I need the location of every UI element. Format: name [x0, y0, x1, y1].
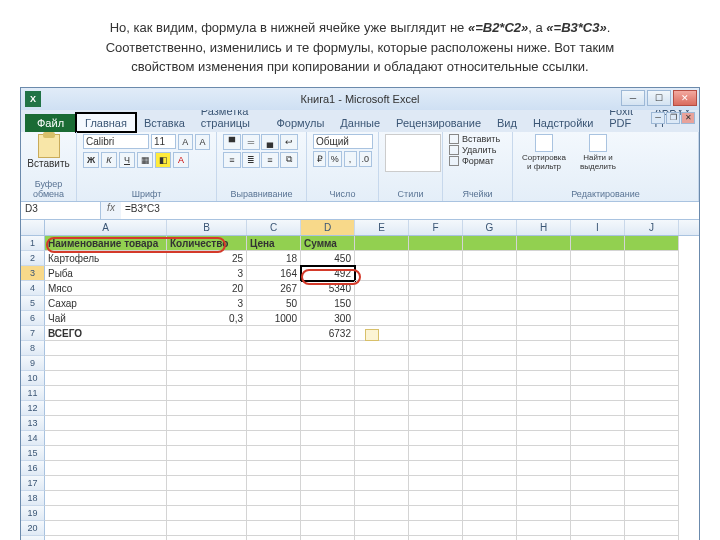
cell[interactable] [355, 311, 409, 326]
cell[interactable] [45, 386, 167, 401]
cell[interactable]: 300 [301, 311, 355, 326]
align-middle[interactable]: ═ [242, 134, 260, 150]
cell[interactable] [45, 341, 167, 356]
col-header-C[interactable]: C [247, 220, 301, 235]
cell[interactable]: Чай [45, 311, 167, 326]
row-header[interactable]: 8 [21, 341, 45, 356]
cell[interactable] [409, 491, 463, 506]
cell[interactable] [355, 371, 409, 386]
tab-data[interactable]: Данные [332, 114, 388, 132]
cell[interactable] [463, 446, 517, 461]
cell[interactable] [355, 341, 409, 356]
cell[interactable] [463, 401, 517, 416]
cell[interactable] [45, 491, 167, 506]
cell[interactable]: Рыба [45, 266, 167, 281]
find-select-button[interactable]: Найти и выделить [573, 134, 623, 171]
cell[interactable]: 25 [167, 251, 247, 266]
cell[interactable] [409, 341, 463, 356]
cell[interactable] [247, 431, 301, 446]
cell[interactable] [167, 356, 247, 371]
cell[interactable] [409, 506, 463, 521]
tab-review[interactable]: Рецензирование [388, 114, 489, 132]
cell[interactable] [517, 386, 571, 401]
row-header[interactable]: 6 [21, 311, 45, 326]
cell[interactable] [45, 431, 167, 446]
cell[interactable] [409, 311, 463, 326]
cell[interactable] [409, 416, 463, 431]
cell[interactable] [355, 536, 409, 541]
col-header-H[interactable]: H [517, 220, 571, 235]
maximize-button[interactable]: ☐ [647, 90, 671, 106]
delete-cells-button[interactable]: Удалить [449, 145, 506, 155]
cell[interactable] [517, 326, 571, 341]
col-header-D[interactable]: D [301, 220, 355, 235]
fill-color-button[interactable]: ◧ [155, 152, 171, 168]
cell[interactable] [463, 326, 517, 341]
tab-view[interactable]: Вид [489, 114, 525, 132]
cell[interactable] [517, 311, 571, 326]
cell[interactable] [517, 446, 571, 461]
cell[interactable] [167, 401, 247, 416]
paste-button[interactable]: Вставить [27, 134, 70, 169]
font-size-select[interactable]: 11 [151, 134, 176, 149]
cell[interactable] [45, 506, 167, 521]
cell[interactable]: 6732 [301, 326, 355, 341]
spreadsheet-grid[interactable]: A B C D E F G H I J 1Наименование товара… [21, 220, 699, 541]
cell[interactable] [625, 266, 679, 281]
wb-minimize[interactable]: ─ [651, 112, 665, 124]
cell[interactable] [247, 506, 301, 521]
underline-button[interactable]: Ч [119, 152, 135, 168]
cell[interactable] [355, 266, 409, 281]
cell[interactable] [167, 431, 247, 446]
cell[interactable] [625, 311, 679, 326]
cell[interactable] [571, 266, 625, 281]
cell[interactable] [625, 416, 679, 431]
cell[interactable] [625, 371, 679, 386]
wb-close[interactable]: ✕ [681, 112, 695, 124]
cell[interactable]: Наименование товара [45, 236, 167, 251]
row-header[interactable]: 2 [21, 251, 45, 266]
cell[interactable] [301, 476, 355, 491]
number-format-select[interactable]: Общий [313, 134, 373, 149]
col-header-A[interactable]: A [45, 220, 167, 235]
cell[interactable] [247, 491, 301, 506]
cell[interactable] [167, 326, 247, 341]
cell[interactable] [355, 401, 409, 416]
select-all-corner[interactable] [21, 220, 45, 235]
cell[interactable] [625, 401, 679, 416]
cell[interactable] [571, 446, 625, 461]
cell[interactable] [463, 341, 517, 356]
cell[interactable] [409, 386, 463, 401]
tab-formulas[interactable]: Формулы [268, 114, 332, 132]
increase-font-button[interactable]: A [178, 134, 193, 150]
cell[interactable]: 150 [301, 296, 355, 311]
cell[interactable] [571, 311, 625, 326]
cell[interactable] [463, 371, 517, 386]
cell[interactable] [517, 341, 571, 356]
cell[interactable]: 450 [301, 251, 355, 266]
cell[interactable] [45, 416, 167, 431]
format-cells-button[interactable]: Формат [449, 156, 506, 166]
row-header[interactable]: 17 [21, 476, 45, 491]
cell[interactable] [571, 386, 625, 401]
row-header[interactable]: 12 [21, 401, 45, 416]
cell[interactable] [355, 476, 409, 491]
cell[interactable] [247, 341, 301, 356]
col-header-B[interactable]: B [167, 220, 247, 235]
cell[interactable] [517, 266, 571, 281]
cell[interactable] [409, 236, 463, 251]
cell[interactable] [517, 356, 571, 371]
tab-home[interactable]: Главная [76, 113, 136, 132]
cell[interactable]: 164 [247, 266, 301, 281]
cell[interactable] [301, 446, 355, 461]
cell[interactable] [167, 506, 247, 521]
cell[interactable] [355, 446, 409, 461]
font-color-button[interactable]: A [173, 152, 189, 168]
cell[interactable]: 50 [247, 296, 301, 311]
cell[interactable]: 3 [167, 296, 247, 311]
bold-button[interactable]: Ж [83, 152, 99, 168]
cell[interactable] [301, 356, 355, 371]
cell[interactable] [517, 236, 571, 251]
cell[interactable] [247, 371, 301, 386]
cell[interactable] [409, 296, 463, 311]
